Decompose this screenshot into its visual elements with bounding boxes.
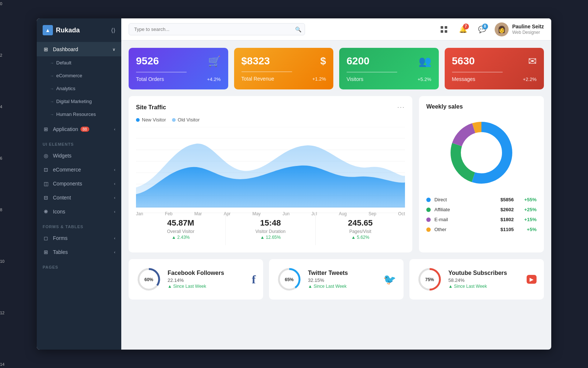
stat-label: Pages/Visit	[316, 229, 405, 234]
svg-rect-2	[441, 30, 443, 33]
sales-row-affiliate: Affiliate $2602 +25%	[426, 207, 537, 212]
sidebar-item-human-resources[interactable]: → Human Resources	[37, 108, 121, 121]
main-content: 🔍 🔔 7 💬 8 👩 Pauline Seitz	[121, 18, 551, 350]
sidebar-item-content[interactable]: ⊟ Content ‹	[37, 191, 121, 205]
messages-button[interactable]: 💬 8	[476, 23, 489, 36]
user-role: Web Designer	[512, 30, 544, 36]
sales-pct: +25%	[523, 207, 537, 212]
svg-rect-0	[441, 26, 443, 29]
stat-number: 45.87M	[136, 218, 225, 228]
chart-inner: Jan Feb Mar Apr May Jun Jul Aug Sep Oct	[136, 127, 405, 208]
brand-name: Rukada	[56, 26, 80, 34]
sidebar-item-widgets[interactable]: ◎ Widgets	[37, 149, 121, 163]
legend-dot-new	[136, 118, 140, 122]
more-options-button[interactable]: ···	[397, 103, 405, 111]
sidebar-item-forms[interactable]: ◻ Forms ‹	[37, 231, 121, 245]
chevron-down-icon: ∨	[112, 47, 115, 52]
sales-name: Direct	[434, 197, 497, 202]
stat-card-header: 5630 ✉	[452, 55, 537, 67]
messages-badge: 8	[482, 24, 488, 29]
sidebar-item-label: Default	[56, 60, 71, 66]
stat-overall-visitor: 45.87M Overall Visitor ▲ 2.43%	[136, 213, 226, 245]
svg-text:65%: 65%	[285, 277, 294, 282]
sales-pct: +55%	[523, 197, 537, 202]
sales-row-email: E-mail $1802 +15%	[426, 217, 537, 222]
chevron-left-icon: ‹	[114, 195, 115, 200]
stat-card-revenue: $8323 $ Total Revenue +1.2%	[234, 48, 334, 89]
arrow-right-icon: →	[50, 74, 54, 78]
stat-card-visitors: 6200 👥 Visitors +5.2%	[339, 48, 439, 89]
stat-change: +4.2%	[207, 77, 220, 82]
content-icon: ⊟	[43, 194, 49, 201]
stat-number: 245.65	[316, 218, 405, 228]
sidebar-item-analytics[interactable]: → Analytics	[37, 82, 121, 95]
sidebar-toggle-button[interactable]: ⟨⟩	[111, 27, 115, 34]
chevron-left-icon: ‹	[114, 181, 115, 186]
sidebar-item-tables[interactable]: ⊞ Tables ‹	[37, 245, 121, 259]
stat-label: Total Revenue	[241, 76, 275, 82]
arrow-right-icon: →	[50, 99, 54, 104]
affiliate-dot	[426, 208, 431, 212]
chevron-left-icon: ‹	[114, 167, 115, 172]
twitter-info: Twitter Tweets 32.15% ▲ Since Last Week	[308, 270, 377, 289]
twitter-progress: 65%	[276, 266, 302, 292]
sidebar-item-digital-marketing[interactable]: → Digital Marketing	[37, 95, 121, 108]
user-profile[interactable]: 👩 Pauline Seitz Web Designer	[495, 22, 544, 36]
svg-text:60%: 60%	[144, 277, 153, 282]
sidebar-item-dashboard[interactable]: ⊞ Dashboard ∨	[37, 42, 121, 56]
facebook-change: ▲ Since Last Week	[168, 284, 246, 289]
middle-row: Site Traffic ··· New Visitor Old Visitor	[129, 96, 544, 252]
svg-point-16	[462, 133, 501, 173]
stat-number: $8323	[241, 55, 270, 67]
grid-button[interactable]	[437, 23, 451, 36]
sidebar-item-components[interactable]: ◫ Components ‹	[37, 177, 121, 191]
search-input[interactable]	[129, 23, 305, 35]
stat-change: ▲ 12.65%	[226, 235, 315, 240]
sidebar-item-label: Application	[53, 126, 78, 132]
dashboard-icon: ⊞	[43, 46, 49, 53]
brand-icon: ▲	[43, 25, 53, 35]
social-card-twitter: 65% Twitter Tweets 32.15% ▲ Since Last W…	[269, 259, 404, 300]
sidebar-item-icons[interactable]: ❋ Icons ‹	[37, 205, 121, 219]
stat-change: ▲ 2.43%	[136, 235, 225, 240]
chart-legend: New Visitor Old Visitor	[136, 117, 405, 123]
application-badge: 88	[80, 127, 89, 132]
screen: ▲ Rukada ⟨⟩ ⊞ Dashboard ∨ → Default → eC…	[37, 18, 551, 350]
traffic-title: Site Traffic	[136, 104, 166, 111]
facebook-progress-svg: 60%	[136, 266, 162, 292]
weekly-sales-section: Weekly sales	[419, 96, 544, 252]
sidebar-item-label: Human Resources	[56, 112, 96, 117]
stat-card-header: $8323 $	[241, 55, 326, 67]
sales-row-direct: Direct $5856 +55%	[426, 197, 537, 202]
twitter-icon: 🐦	[383, 273, 396, 286]
sidebar-item-label: Tables	[53, 249, 68, 255]
sidebar-item-ecommerce[interactable]: ⊡ eCommerce ‹	[37, 163, 121, 177]
facebook-count: 22.14%	[168, 277, 246, 283]
youtube-progress: 75%	[417, 266, 442, 292]
stat-label: Total Orders	[136, 76, 164, 82]
avatar: 👩	[495, 22, 509, 36]
sidebar-item-application[interactable]: ⊞ Application 88 ‹	[37, 122, 121, 136]
facebook-icon: f	[252, 273, 256, 286]
sidebar-item-default[interactable]: → Default	[37, 56, 121, 69]
stat-cards-grid: 9526 🛒 Total Orders +4.2% $8323 $	[129, 48, 544, 89]
sidebar-item-ecommerce-sub[interactable]: → eCommerce	[37, 69, 121, 82]
social-cards-grid: 60% Facebook Followers 22.14% ▲ Since La…	[129, 259, 544, 300]
sales-amount: $1802	[501, 217, 514, 222]
stat-visitor-duration: 15:48 Visitor Duration ▲ 12.65%	[226, 213, 315, 245]
youtube-platform: Youtube Subscribers	[448, 270, 521, 276]
twitter-progress-svg: 65%	[276, 266, 302, 292]
sales-amount: $1105	[501, 227, 514, 232]
stat-number: 15:48	[226, 218, 315, 228]
sales-name: E-mail	[434, 217, 497, 222]
sales-amount: $5856	[501, 197, 514, 202]
stat-pages-visit: 245.65 Pages/Visit ▲ 5.62%	[316, 213, 405, 245]
other-dot	[426, 227, 431, 232]
notifications-button[interactable]: 🔔 7	[456, 23, 470, 36]
svg-rect-1	[445, 26, 447, 29]
sidebar-item-label: Analytics	[56, 86, 75, 91]
stat-label: Visitor Duration	[226, 229, 315, 234]
topbar-right: 🔔 7 💬 8 👩 Pauline Seitz Web Designer	[437, 22, 544, 36]
arrow-right-icon: →	[50, 112, 54, 117]
sidebar-item-label: Widgets	[53, 153, 72, 159]
